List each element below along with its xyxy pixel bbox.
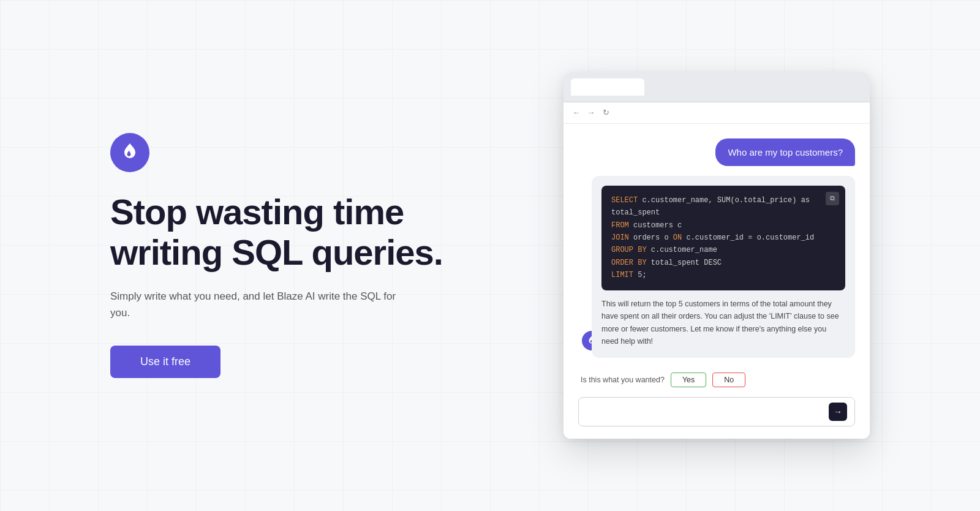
right-panel: ← → ↻ Who are my top customers?	[527, 72, 980, 439]
back-button[interactable]: ←	[571, 107, 582, 118]
sql-from-rest: customers c	[633, 221, 682, 230]
sql-groupby: GROUP BY	[611, 246, 647, 254]
bot-explanation: This will return the top 5 customers in …	[601, 298, 845, 349]
page-container: Stop wasting time writing SQL queries. S…	[0, 0, 980, 511]
brand-logo	[110, 133, 149, 172]
refresh-button[interactable]: ↻	[600, 107, 611, 118]
browser-nav-bar: ← → ↻	[564, 102, 870, 124]
headline: Stop wasting time writing SQL queries.	[110, 192, 527, 273]
code-line-1: SELECT c.customer_name, SUM(o.total_pric…	[611, 194, 835, 219]
code-line-5: ORDER BY total_spent DESC	[611, 257, 835, 269]
chat-content: Who are my top customers? ⧉	[564, 124, 870, 439]
bot-response-wrapper: ⧉ SELECT c.customer_name, SUM(o.total_pr…	[592, 176, 855, 358]
browser-mockup: ← → ↻ Who are my top customers?	[564, 72, 870, 439]
sql-from: FROM	[611, 221, 629, 230]
chat-input-area: →	[578, 397, 855, 426]
code-line-3: JOIN orders o ON c.customer_id = o.custo…	[611, 232, 835, 244]
cta-button[interactable]: Use it free	[110, 346, 221, 378]
no-button[interactable]: No	[712, 373, 745, 387]
feedback-label: Is this what you wanted?	[581, 376, 665, 384]
chat-input[interactable]	[586, 407, 824, 417]
copy-code-button[interactable]: ⧉	[826, 192, 839, 205]
feedback-row: Is this what you wanted? Yes No	[578, 373, 855, 387]
sql-on: ON	[673, 233, 682, 242]
yes-button[interactable]: Yes	[671, 373, 706, 387]
code-line-6: LIMIT 5;	[611, 269, 835, 281]
sql-join-rest: orders o	[633, 233, 673, 242]
send-button[interactable]: →	[829, 403, 847, 421]
chat-area: Who are my top customers? ⧉	[578, 138, 855, 387]
user-message: Who are my top customers?	[715, 138, 855, 166]
browser-tab-bar	[564, 72, 870, 102]
forward-button[interactable]: →	[586, 107, 597, 118]
sql-limit-rest: 5;	[638, 271, 646, 279]
sql-on-rest: c.customer_id = o.customer_id	[686, 233, 814, 242]
sql-orderby: ORDER BY	[611, 259, 647, 267]
left-panel: Stop wasting time writing SQL queries. S…	[0, 133, 527, 379]
code-line-4: GROUP BY c.customer_name	[611, 244, 835, 256]
sql-select-rest: c.customer_name, SUM(o.total_price) as t…	[611, 196, 810, 217]
sql-orderby-rest: total_spent DESC	[651, 259, 722, 267]
sql-select: SELECT	[611, 196, 638, 205]
sql-join: JOIN	[611, 233, 629, 242]
subheadline: Simply write what you need, and let Blaz…	[110, 288, 404, 321]
code-block: ⧉ SELECT c.customer_name, SUM(o.total_pr…	[601, 186, 845, 290]
sql-limit: LIMIT	[611, 271, 633, 279]
browser-tab[interactable]	[571, 78, 644, 96]
code-line-2: FROM customers c	[611, 219, 835, 232]
sql-groupby-rest: c.customer_name	[651, 246, 717, 254]
bot-response: ⧉ SELECT c.customer_name, SUM(o.total_pr…	[592, 176, 855, 358]
